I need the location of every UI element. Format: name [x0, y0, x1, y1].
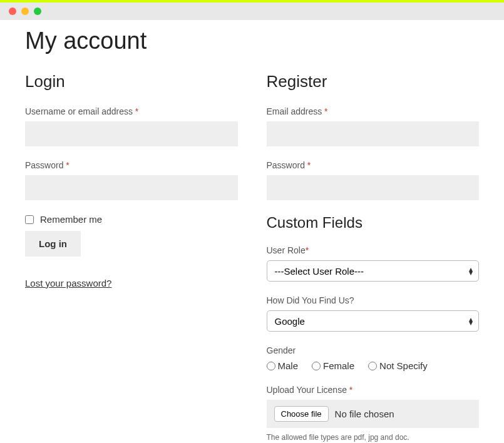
- license-upload-box: Choose file No file chosen: [267, 400, 480, 428]
- gender-radio-male-label[interactable]: Male: [278, 360, 299, 371]
- gender-option-male: Male: [267, 360, 299, 371]
- login-password-label: Password *: [25, 160, 238, 170]
- find-us-label: How Did You Find Us?: [267, 295, 480, 305]
- user-role-select[interactable]: ---Select User Role---: [267, 260, 480, 282]
- gender-radio-group: Male Female Not Specify: [267, 360, 480, 371]
- lost-password-row: Lost your password?: [25, 278, 238, 289]
- login-column: Login Username or email address * Passwo…: [25, 72, 238, 443]
- register-email-row: Email address *: [267, 106, 480, 146]
- required-asterisk: *: [349, 385, 352, 395]
- required-asterisk: *: [135, 106, 138, 116]
- gender-radio-notspecify[interactable]: [368, 362, 377, 370]
- user-role-select-wrap: ---Select User Role--- ▴▾: [267, 260, 480, 282]
- register-email-label: Email address *: [267, 106, 480, 116]
- gender-option-notspecify: Not Specify: [368, 360, 428, 371]
- required-asterisk: *: [66, 160, 69, 170]
- login-username-label-text: Username or email address: [25, 106, 133, 116]
- window-minimize-icon[interactable]: [21, 8, 29, 15]
- gender-radio-male[interactable]: [267, 362, 275, 370]
- login-password-label-text: Password: [25, 160, 63, 170]
- gender-option-female: Female: [312, 360, 354, 371]
- window-maximize-icon[interactable]: [34, 8, 41, 15]
- page-title: My account: [25, 28, 479, 54]
- register-password-row: Password *: [267, 160, 480, 200]
- register-email-input[interactable]: [267, 121, 480, 146]
- license-label: Upload Your License *: [267, 385, 480, 395]
- lost-password-link[interactable]: Lost your password?: [25, 278, 111, 288]
- login-username-row: Username or email address *: [25, 106, 238, 146]
- remember-me-label[interactable]: Remember me: [40, 214, 102, 225]
- register-email-label-text: Email address: [267, 106, 322, 116]
- file-status-text: No file chosen: [335, 409, 394, 419]
- gender-label: Gender: [267, 345, 480, 355]
- required-asterisk: *: [324, 106, 327, 116]
- register-password-label: Password *: [267, 160, 480, 170]
- license-row: Upload Your License * Choose file No fil…: [267, 385, 480, 442]
- choose-file-button[interactable]: Choose file: [274, 406, 329, 422]
- license-hint-text: The allowed file types are pdf, jpg and …: [267, 433, 480, 442]
- find-us-row: How Did You Find Us? Google ▴▾: [267, 295, 480, 332]
- gender-radio-female-label[interactable]: Female: [323, 360, 354, 371]
- user-role-row: User Role* ---Select User Role--- ▴▾: [267, 245, 480, 282]
- register-password-input[interactable]: [267, 175, 480, 200]
- login-heading: Login: [25, 72, 238, 91]
- login-button[interactable]: Log in: [25, 231, 81, 257]
- required-asterisk: *: [307, 160, 311, 170]
- gender-radio-female[interactable]: [312, 362, 321, 370]
- register-column: Register Email address * Password * Cust…: [267, 72, 480, 443]
- gender-row: Gender Male Female Not Specify: [267, 345, 480, 371]
- custom-fields-heading: Custom Fields: [267, 214, 480, 232]
- page-content: My account Login Username or email addre…: [0, 20, 504, 443]
- remember-me-row: Remember me: [25, 214, 238, 225]
- find-us-select-wrap: Google ▴▾: [267, 310, 480, 332]
- window-chrome: [0, 3, 504, 20]
- window-close-icon[interactable]: [9, 8, 16, 15]
- login-password-input[interactable]: [25, 175, 238, 200]
- license-label-text: Upload Your License: [267, 385, 347, 395]
- columns: Login Username or email address * Passwo…: [25, 72, 479, 443]
- register-password-label-text: Password: [267, 160, 305, 170]
- login-password-row: Password *: [25, 160, 238, 200]
- find-us-select[interactable]: Google: [267, 310, 480, 332]
- gender-radio-notspecify-label[interactable]: Not Specify: [379, 360, 428, 371]
- remember-me-checkbox[interactable]: [25, 215, 34, 224]
- login-username-input[interactable]: [25, 121, 238, 146]
- user-role-label-text: User Role: [267, 245, 306, 255]
- login-username-label: Username or email address *: [25, 106, 238, 116]
- user-role-label: User Role*: [267, 245, 480, 255]
- register-heading: Register: [267, 72, 480, 91]
- required-asterisk: *: [306, 245, 309, 255]
